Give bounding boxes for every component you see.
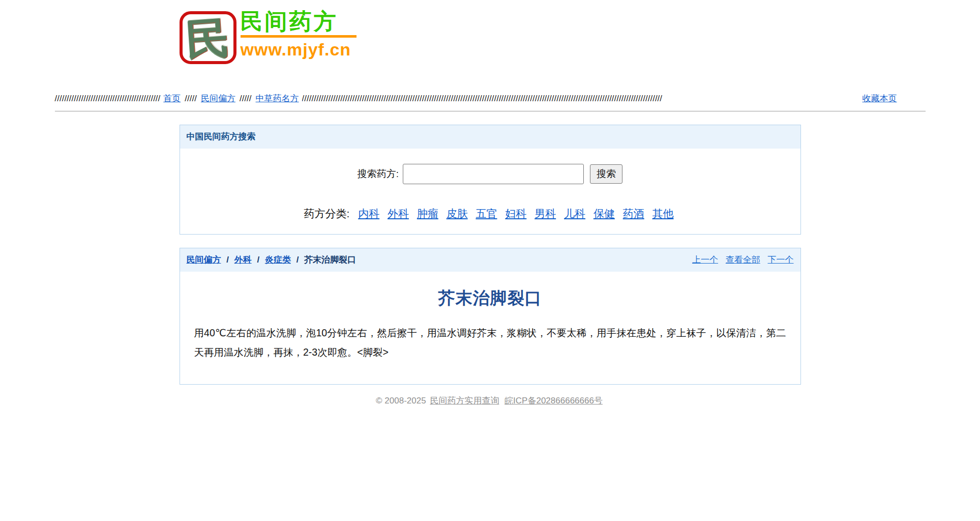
article-body: 用40℃左右的温水洗脚，泡10分钟左右，然后擦干，用温水调好芥末，浆糊状，不要太… — [194, 323, 786, 362]
next-article-link[interactable]: 下一个 — [768, 255, 794, 265]
article-title: 芥末治脚裂口 — [180, 287, 800, 310]
category-link-gynecology[interactable]: 妇科 — [505, 208, 526, 219]
bookmark-page-link[interactable]: 收藏本页 — [863, 93, 897, 104]
article-panel: 民间偏方 / 外科 / 炎症类 / 芥末治脚裂口 上一个 查看全部 下一个 芥末… — [180, 248, 801, 385]
breadcrumb-separator: / — [296, 255, 299, 265]
category-link-tumor[interactable]: 肿瘤 — [417, 208, 438, 219]
nav-link-folk-remedies[interactable]: 民间偏方 — [201, 93, 235, 104]
category-link-surgery[interactable]: 外科 — [388, 208, 409, 219]
logo-divider — [241, 35, 357, 38]
site-title: 民间药方 — [241, 9, 357, 34]
breadcrumb: 民间偏方 / 外科 / 炎症类 / 芥末治脚裂口 — [187, 248, 357, 272]
category-row: 药方分类: 内科 外科 肿瘤 皮肤 五官 妇科 男科 儿科 保健 药酒 其他 — [180, 207, 800, 221]
breadcrumb-current-page: 芥末治脚裂口 — [304, 255, 356, 265]
search-panel-title: 中国民间药方搜索 — [180, 125, 800, 149]
footer-icp-link[interactable]: 皖ICP备202866666666号 — [504, 396, 603, 406]
breadcrumb-link-folk-remedies[interactable]: 民间偏方 — [187, 255, 221, 265]
logo-text-block: 民间药方 www.mjyf.cn — [241, 8, 357, 60]
category-link-other[interactable]: 其他 — [652, 208, 674, 219]
breadcrumb-separator: / — [257, 255, 259, 265]
nav-link-home[interactable]: 首页 — [163, 93, 181, 104]
nav-slash-separator: ///// — [185, 94, 197, 104]
page-footer: © 2008-2025 民间药方实用查询 皖ICP备202866666666号 — [55, 395, 926, 407]
breadcrumb-link-inflammation[interactable]: 炎症类 — [265, 255, 291, 265]
category-link-internal[interactable]: 内科 — [358, 208, 379, 219]
nav-link-herbal-formulas[interactable]: 中草药名方 — [256, 93, 299, 104]
footer-site-link[interactable]: 民间药方实用查询 — [430, 396, 499, 406]
previous-article-link[interactable]: 上一个 — [692, 255, 718, 265]
category-link-pediatrics[interactable]: 儿科 — [564, 208, 585, 219]
nav-slashes-left: ////////////////////////////////////////… — [55, 94, 161, 104]
search-form: 搜索药方: 搜索 — [180, 164, 800, 184]
nav-slashes-right: ////////////////////////////////////////… — [302, 94, 838, 104]
copyright-text: © 2008-2025 — [376, 396, 426, 406]
page: 民 民间药方 www.mjyf.cn /////////////////////… — [55, 0, 926, 407]
category-link-skin[interactable]: 皮肤 — [447, 208, 468, 219]
category-link-five-sense[interactable]: 五官 — [476, 208, 497, 219]
category-link-healthcare[interactable]: 保健 — [593, 208, 615, 219]
search-label: 搜索药方: — [358, 167, 399, 181]
search-button[interactable]: 搜索 — [590, 164, 622, 184]
category-label: 药方分类: — [304, 208, 349, 219]
breadcrumb-separator: / — [226, 255, 229, 265]
breadcrumb-link-surgery[interactable]: 外科 — [234, 255, 252, 265]
site-url: www.mjyf.cn — [241, 40, 357, 60]
top-nav: ////////////////////////////////////////… — [55, 93, 926, 111]
search-panel: 中国民间药方搜索 搜索药方: 搜索 药方分类: 内科 外科 肿瘤 皮肤 五官 妇… — [180, 125, 801, 235]
logo-seal-character: 民 — [185, 15, 231, 62]
logo-seal-icon: 民 — [180, 11, 236, 64]
category-link-andrology[interactable]: 男科 — [534, 208, 556, 219]
nav-slash-separator: ///// — [240, 94, 252, 104]
view-all-link[interactable]: 查看全部 — [726, 255, 760, 265]
article-panel-header: 民间偏方 / 外科 / 炎症类 / 芥末治脚裂口 上一个 查看全部 下一个 — [180, 248, 800, 272]
category-link-medicinal-wine[interactable]: 药酒 — [623, 208, 644, 219]
search-input[interactable] — [403, 164, 584, 184]
site-logo: 民 民间药方 www.mjyf.cn — [180, 8, 801, 68]
article-pager: 上一个 查看全部 下一个 — [687, 248, 793, 272]
